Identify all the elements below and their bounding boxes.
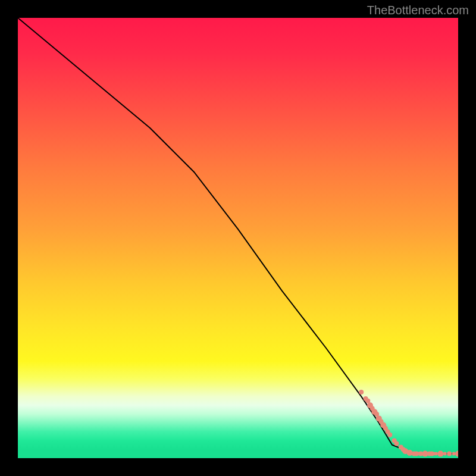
data-point — [447, 452, 452, 456]
data-points-group — [359, 390, 458, 457]
data-point — [443, 452, 447, 456]
data-point — [455, 451, 458, 457]
data-point — [387, 433, 392, 437]
data-point — [359, 390, 364, 394]
data-point — [394, 441, 399, 446]
chart-overlay-svg — [18, 18, 458, 458]
data-point — [434, 452, 438, 456]
data-point — [452, 452, 456, 456]
bottleneck-curve — [18, 18, 458, 454]
watermark-text: TheBottleneck.com — [367, 4, 469, 17]
plot-area — [18, 18, 458, 458]
data-point — [437, 451, 443, 457]
